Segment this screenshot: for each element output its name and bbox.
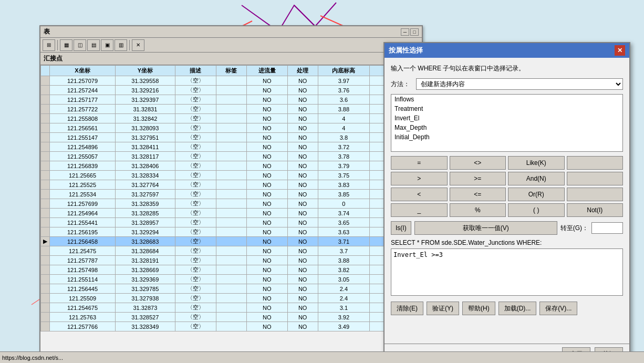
table-row[interactable]: 121.25514731.327951〈空〉NONO3.81 <box>41 133 422 142</box>
table-row[interactable]: 121.25683931.328406〈空〉NONO3.791.01 <box>41 161 422 171</box>
table-row[interactable]: 121.25511431.329369〈空〉NONO3.051.75 <box>41 275 422 284</box>
table-cell: 3.97 <box>318 76 370 86</box>
table-row[interactable]: 121.25776631.328349〈空〉NONO3.491.31 <box>41 322 422 331</box>
table-row[interactable]: 121.2552531.327764〈空〉NONO3.830.97 <box>41 180 422 190</box>
op-notequal[interactable]: <> <box>450 156 506 170</box>
op-parens[interactable]: ( ) <box>508 203 565 217</box>
table-cell: 121.257079 <box>50 76 116 86</box>
table-cell: 31.328406 <box>116 161 175 171</box>
toolbar-btn-6[interactable]: ▥ <box>115 39 127 51</box>
table-row[interactable]: 121.25544131.328957〈空〉NONO3.651.15 <box>41 218 422 227</box>
table-row[interactable]: 121.2550931.327938〈空〉NONO2.42.4 <box>41 294 422 303</box>
toolbar-btn-4[interactable]: ▤ <box>87 39 100 51</box>
operator-grid: = <> Like(K) > >= And(N) < <= Or(R) _ % … <box>391 156 623 217</box>
table-cell: 31.329294 <box>116 227 175 237</box>
save-button[interactable]: 保存(V)... <box>539 302 577 315</box>
load-button[interactable]: 加载(D)... <box>498 302 537 315</box>
toolbar-btn-2[interactable]: ▦ <box>60 39 72 51</box>
table-row[interactable]: 121.25717731.329397〈空〉NONO3.61.2 <box>41 95 422 105</box>
op-lte[interactable]: <= <box>450 188 506 201</box>
op-equal[interactable]: = <box>391 156 448 170</box>
op-like[interactable]: Like(K) <box>508 156 565 170</box>
table-row[interactable]: 121.25749831.328669〈空〉NONO3.820.98 <box>41 265 422 275</box>
table-cell: 121.25665 <box>50 171 116 180</box>
op-not[interactable]: Not(I) <box>567 203 624 217</box>
table-row[interactable]: 121.25505731.328117〈空〉NONO3.781.02 <box>41 152 422 161</box>
col-header-x[interactable]: X坐标 <box>50 66 116 76</box>
table-row[interactable]: 121.25489631.328411〈空〉NONO3.721.08 <box>41 142 422 152</box>
field-item-initial-depth[interactable]: Initial_Depth <box>391 132 622 142</box>
table-cell: 3.65 <box>318 218 370 227</box>
table-cell: 〈空〉 <box>175 142 216 152</box>
table-cell: 3.88 <box>318 105 370 114</box>
field-list[interactable]: Inflows Treatment Invert_El Max_Depth In… <box>391 94 623 152</box>
op-gt[interactable]: > <box>391 172 448 185</box>
table-cell: 121.257177 <box>50 95 116 105</box>
toolbar-btn-3[interactable]: ◫ <box>74 39 86 51</box>
table-cell: 3.71 <box>318 237 370 246</box>
table-row[interactable]: 121.25467531.32873〈空〉NONO3.11.7 <box>41 303 422 313</box>
table-row[interactable]: 121.25656131.328093〈空〉NONO40.8 <box>41 123 422 133</box>
table-row[interactable]: 121.25619531.329294〈空〉NONO3.631.17 <box>41 227 422 237</box>
table-row[interactable]: 121.25778731.328191〈空〉NONO3.880.92 <box>41 256 422 265</box>
table-row[interactable]: 121.25644531.329785〈空〉NONO2.42.4 <box>41 284 422 294</box>
table-cell: 121.257722 <box>50 105 116 114</box>
clear-button[interactable]: 清除(E) <box>391 302 423 315</box>
table-row[interactable]: 121.25496431.328285〈空〉NONO3.741.06 <box>41 209 422 218</box>
table-row[interactable]: 121.2566531.328334〈空〉NONO3.751.05 <box>41 171 422 180</box>
table-cell <box>216 161 246 171</box>
table-row[interactable]: 121.25772231.32831〈空〉NONO3.880.92 <box>41 105 422 114</box>
col-header-invert[interactable]: 内底标高 <box>318 66 370 76</box>
table-cell: 121.257498 <box>50 265 116 275</box>
verify-button[interactable]: 验证(Y) <box>427 302 459 315</box>
table-row[interactable]: ▶121.25645831.328683〈空〉NONO3.711.08 <box>41 237 422 246</box>
help-button[interactable]: 帮助(H) <box>462 302 495 315</box>
field-item-max-depth[interactable]: Max_Depth <box>391 123 622 132</box>
sql-textarea[interactable] <box>391 248 623 296</box>
table-cell: NO <box>246 133 287 142</box>
col-header-process[interactable]: 处理 <box>287 66 318 76</box>
minimize-button[interactable]: ─ <box>401 28 409 36</box>
col-header-desc[interactable]: 描述 <box>175 66 216 76</box>
goto-input[interactable] <box>591 222 623 234</box>
op-lt[interactable]: < <box>391 188 448 201</box>
field-item-treatment[interactable]: Treatment <box>391 104 622 113</box>
table-row[interactable]: 121.25580831.32842〈空〉NONO40.8 <box>41 114 422 123</box>
table-controls: ─ □ <box>401 28 419 36</box>
op-and[interactable]: And(N) <box>508 172 565 185</box>
table-cell <box>216 152 246 161</box>
table-cell: 31.328334 <box>116 171 175 180</box>
field-item-inflows[interactable]: Inflows <box>391 95 622 104</box>
table-row[interactable]: 121.2553431.327597〈空〉NONO3.850.95 <box>41 190 422 199</box>
table-cell: 31.328957 <box>116 218 175 227</box>
toolbar-btn-delete[interactable]: ✕ <box>132 39 144 51</box>
table-cell: NO <box>287 209 318 218</box>
method-select[interactable]: 创建新选择内容 添加到当前选择 从当前选择中删除 与当前选择的交集 <box>416 78 623 90</box>
table-cell: 31.327597 <box>116 190 175 199</box>
table-row[interactable]: 121.2547531.328684〈空〉NONO3.71.1 <box>41 246 422 256</box>
col-header-label[interactable]: 标签 <box>216 66 246 76</box>
table-cell: 〈空〉 <box>175 114 216 123</box>
col-header-inflow[interactable]: 进流量 <box>246 66 287 76</box>
table-row[interactable]: 121.25724431.329216〈空〉NONO3.761.04 <box>41 86 422 95</box>
get-values-button[interactable]: 获取唯一一值(V) <box>414 221 557 235</box>
table-content[interactable]: X坐标 Y坐标 描述 标签 进流量 处理 内底标高 最大深度 121.25707… <box>40 65 422 360</box>
op-gte[interactable]: >= <box>450 172 506 185</box>
is-button[interactable]: Is(I) <box>391 221 411 235</box>
toolbar-btn-5[interactable]: ▣ <box>101 39 113 51</box>
op-or[interactable]: Or(R) <box>508 188 565 201</box>
table-row[interactable]: 121.25707931.329558〈空〉NONO3.970.83 <box>41 76 422 86</box>
table-cell: 3.49 <box>318 322 370 331</box>
op-percent[interactable]: % <box>450 203 506 217</box>
field-item-invert-el[interactable]: Invert_El <box>391 113 622 123</box>
toolbar-btn-1[interactable]: ⊞ <box>43 39 55 51</box>
col-header-y[interactable]: Y坐标 <box>116 66 175 76</box>
dialog-close-button[interactable]: ✕ <box>615 45 625 56</box>
table-cell: 121.256839 <box>50 161 116 171</box>
maximize-button[interactable]: □ <box>410 28 419 36</box>
table-cell: 3.63 <box>318 227 370 237</box>
table-row[interactable]: 121.2576331.328527〈空〉NONO3.920.88 <box>41 313 422 322</box>
table-row[interactable]: 121.25769931.328359〈空〉NONO03.88 <box>41 199 422 209</box>
op-underscore[interactable]: _ <box>391 203 448 217</box>
table-cell: 31.328191 <box>116 256 175 265</box>
